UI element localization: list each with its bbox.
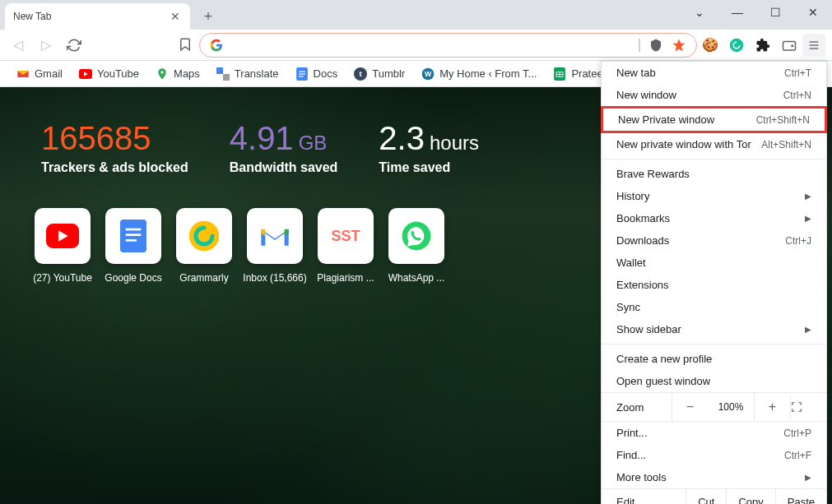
bookmark-label: Gmail [35, 67, 63, 80]
new-tab-button[interactable]: + [197, 5, 220, 28]
menu-brave-rewards[interactable]: Brave Rewards [602, 163, 826, 185]
bookmark-maps[interactable]: Maps [149, 64, 207, 84]
menu-wallet[interactable]: Wallet [602, 252, 826, 274]
menu-new-tab[interactable]: New tabCtrl+T [602, 62, 826, 84]
svg-point-7 [160, 71, 163, 73]
stat-label: Bandwidth saved [230, 160, 338, 175]
menu-create-profile[interactable]: Create a new profile [602, 348, 826, 370]
bookmark-icon[interactable] [178, 37, 194, 53]
address-bar[interactable] [199, 33, 697, 58]
menu-edit-row: Edit Cut Copy Paste [602, 488, 826, 504]
stat-value: 2.3 [379, 120, 425, 157]
tile-gmail[interactable]: Inbox (15,666) [245, 208, 304, 284]
close-window-button[interactable]: ✕ [794, 0, 832, 25]
stat-unit: GB [299, 132, 328, 155]
zoom-in-button[interactable]: + [754, 393, 790, 421]
bookmark-gmail[interactable]: Gmail [10, 64, 69, 84]
tile-label: Google Docs [105, 272, 161, 284]
svg-text:W: W [425, 70, 432, 78]
stat-label: Time saved [379, 160, 479, 175]
brave-shield-icon[interactable] [648, 38, 663, 53]
stat-time: 2.3hours Time saved [379, 120, 479, 175]
edit-label: Edit [602, 489, 686, 504]
chevron-right-icon: ▶ [805, 192, 811, 201]
menu-sync[interactable]: Sync [602, 296, 826, 318]
toolbar: ◁ ▷ 🍪 [0, 30, 832, 61]
copy-button[interactable]: Copy [726, 489, 774, 504]
url-input[interactable] [231, 39, 630, 52]
bookmark-tumblr[interactable]: tTumblr [347, 64, 411, 84]
fullscreen-button[interactable] [790, 395, 826, 419]
reload-button[interactable] [63, 34, 86, 57]
svg-rect-9 [223, 74, 230, 81]
stat-unit: hours [430, 132, 479, 155]
bookmark-label: YouTube [97, 67, 139, 80]
cookie-ext-icon[interactable]: 🍪 [702, 37, 718, 53]
menu-new-window[interactable]: New windowCtrl+N [602, 84, 826, 106]
svg-rect-24 [126, 229, 142, 231]
maximize-button[interactable]: ☐ [756, 0, 794, 25]
wallet-ext-icon[interactable] [781, 37, 797, 53]
menu-new-tor-window[interactable]: New private window with TorAlt+Shift+N [602, 133, 826, 155]
menu-find[interactable]: Find...Ctrl+F [602, 444, 826, 466]
bookmark-translate[interactable]: Translate [210, 64, 286, 84]
tile-docs[interactable]: Google Docs [104, 208, 163, 284]
menu-new-private-window[interactable]: New Private windowCtrl+Shift+N [601, 106, 827, 133]
brave-rewards-icon[interactable] [672, 38, 686, 53]
cut-button[interactable]: Cut [686, 489, 726, 504]
menu-downloads[interactable]: DownloadsCtrl+J [602, 229, 826, 252]
separator [639, 39, 640, 52]
menu-guest-window[interactable]: Open guest window [602, 370, 826, 392]
chevron-right-icon: ▶ [805, 473, 811, 482]
paste-button[interactable]: Paste [775, 489, 826, 504]
menu-print[interactable]: Print...Ctrl+P [602, 422, 826, 444]
chevron-down-icon[interactable]: ⌄ [681, 0, 718, 25]
zoom-label: Zoom [602, 395, 672, 420]
chevron-right-icon: ▶ [805, 214, 811, 223]
grammarly-ext-icon[interactable] [728, 37, 745, 53]
menu-separator [602, 159, 826, 160]
svg-point-2 [792, 45, 793, 47]
main-menu-button[interactable] [802, 34, 825, 57]
zoom-value: 100% [708, 401, 754, 413]
tile-youtube[interactable]: (27) YouTube [33, 208, 92, 284]
svg-rect-25 [126, 234, 142, 236]
menu-separator [602, 344, 826, 344]
bookmark-youtube[interactable]: YouTube [72, 64, 146, 84]
tile-label: Grammarly [179, 272, 228, 284]
svg-rect-12 [299, 73, 305, 74]
bookmark-wordpress[interactable]: WMy Home ‹ From T... [415, 64, 543, 84]
tile-whatsapp[interactable]: WhatsApp ... [387, 208, 446, 284]
svg-text:t: t [360, 70, 362, 78]
puzzle-ext-icon[interactable] [755, 37, 771, 53]
back-button[interactable]: ◁ [7, 34, 30, 57]
close-tab-icon[interactable]: ✕ [169, 10, 182, 23]
browser-tab[interactable]: New Tab ✕ [5, 3, 190, 30]
bookmark-label: Tumblr [372, 67, 405, 80]
stat-value: 165685 [41, 120, 151, 157]
stat-bandwidth: 4.91GB Bandwidth saved [230, 120, 338, 175]
menu-more-tools[interactable]: More tools▶ [602, 466, 826, 488]
svg-rect-11 [299, 71, 305, 72]
svg-point-27 [189, 221, 220, 252]
tile-grammarly[interactable]: Grammarly [174, 208, 234, 284]
menu-bookmarks[interactable]: Bookmarks▶ [602, 207, 826, 229]
forward-button[interactable]: ▷ [35, 34, 58, 57]
svg-rect-8 [216, 67, 223, 74]
bookmark-docs[interactable]: Docs [289, 64, 345, 84]
minimize-button[interactable]: — [718, 0, 756, 25]
svg-rect-26 [126, 239, 137, 242]
stat-trackers: 165685 Trackers & ads blocked [41, 120, 188, 175]
bookmark-label: My Home ‹ From T... [439, 67, 537, 80]
sst-icon: SST [331, 228, 360, 245]
stat-label: Trackers & ads blocked [41, 160, 188, 175]
main-menu-dropdown: New tabCtrl+T New windowCtrl+N New Priva… [601, 61, 827, 504]
menu-show-sidebar[interactable]: Show sidebar▶ [602, 318, 826, 340]
menu-zoom-row: Zoom − 100% + [602, 392, 826, 422]
menu-history[interactable]: History▶ [602, 185, 826, 207]
bookmark-label: Translate [235, 67, 279, 80]
tile-plagiarism[interactable]: SST Plagiarism ... [316, 208, 375, 284]
menu-extensions[interactable]: Extensions [602, 274, 826, 296]
zoom-out-button[interactable]: − [672, 393, 708, 421]
svg-rect-3 [810, 41, 819, 42]
